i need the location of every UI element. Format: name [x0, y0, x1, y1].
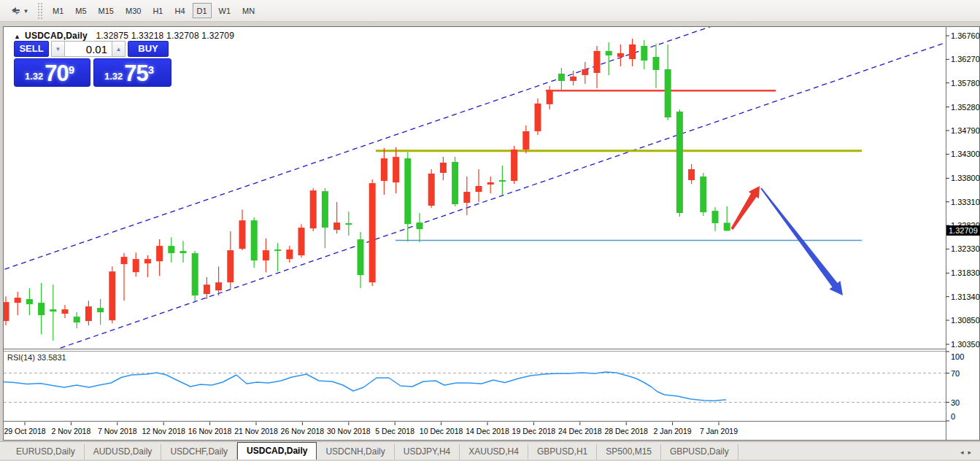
- buy-price-big: 75: [124, 63, 147, 84]
- rsi-axis-label: 0: [951, 412, 955, 421]
- rsi-indicator-label: RSI(14) 33.5831: [7, 353, 66, 362]
- date-axis-label: 14 Dec 2018: [466, 427, 509, 435]
- buy-price-pip: 3: [148, 63, 154, 76]
- tab-audusd-daily[interactable]: AUDUSD,Daily: [85, 444, 162, 460]
- date-axis-label: 29 Oct 2018: [4, 427, 45, 435]
- rsi-axis-label: 30: [951, 398, 960, 407]
- date-axis-label: 26 Nov 2018: [281, 427, 325, 435]
- rsi-axis-label: 100: [951, 352, 964, 361]
- tab-gbpusd-h1[interactable]: GBPUSD,H1: [528, 444, 597, 460]
- timeframe-button-h4[interactable]: H4: [170, 3, 189, 18]
- volume-input[interactable]: [65, 41, 112, 57]
- volume-increase-button[interactable]: ▲: [112, 41, 126, 57]
- tab-gbpusd-daily[interactable]: GBPUSD,Daily: [661, 444, 738, 460]
- date-axis-label: 2 Nov 2018: [52, 427, 91, 435]
- tab-scroll-right-icon[interactable]: ▸: [968, 449, 976, 456]
- price-axis-label: 1.32330: [951, 244, 980, 253]
- tab-usdcnh-daily[interactable]: USDCNH,Daily: [317, 444, 394, 460]
- tab-usdjpy-h4[interactable]: USDJPY,H4: [395, 444, 460, 460]
- sell-price-prefix: 1.32: [25, 69, 43, 84]
- buy-button[interactable]: BUY: [128, 41, 169, 57]
- timeframe-button-w1[interactable]: W1: [215, 3, 236, 18]
- date-axis-label: 7 Nov 2018: [98, 427, 137, 435]
- toolbar-grip-handle[interactable]: [38, 3, 42, 19]
- collapse-panel-icon[interactable]: ▲: [14, 33, 20, 40]
- main-toolbar: ▾ M1M5M15M30H1H4D1W1MN: [0, 0, 980, 22]
- tab-usdchf-daily[interactable]: USDCHF,Daily: [161, 444, 237, 460]
- tab-sp500-m15[interactable]: SP500,M15: [597, 444, 661, 460]
- timeframe-button-m1[interactable]: M1: [48, 3, 68, 18]
- sell-button[interactable]: SELL: [14, 41, 49, 57]
- timeframe-button-m30[interactable]: M30: [121, 3, 145, 18]
- chart-shift-icon: [10, 6, 22, 16]
- date-axis-label: 5 Dec 2018: [375, 427, 414, 435]
- sell-price-display[interactable]: 1.32 70 9: [14, 58, 90, 87]
- price-axis-label: 1.36760: [951, 31, 980, 40]
- tab-scroll-left-icon[interactable]: ◂: [960, 449, 968, 456]
- timeframe-button-d1[interactable]: D1: [193, 3, 212, 18]
- price-axis-label: 1.34300: [951, 150, 980, 158]
- chevron-down-icon: ▾: [24, 7, 28, 15]
- chart-title: ▲USDCAD,Daily 1.32875 1.33218 1.32708 1.…: [14, 31, 234, 41]
- date-axis-label: 10 Dec 2018: [420, 427, 463, 435]
- tab-scroll-arrows[interactable]: ◂▸: [960, 449, 976, 456]
- timeframe-button-mn[interactable]: MN: [238, 3, 259, 18]
- timeframe-bar: M1M5M15M30H1H4D1W1MN: [48, 3, 262, 18]
- buy-price-display[interactable]: 1.32 75 3: [93, 58, 171, 87]
- price-axis-label: 1.30850: [951, 316, 980, 325]
- date-axis-label: 19 Dec 2018: [512, 427, 556, 435]
- chart-symbol-label: USDCAD,Daily: [25, 31, 88, 41]
- current-price-tag: 1.32709: [946, 225, 980, 236]
- rsi-axis-label: 70: [951, 369, 960, 378]
- price-axis-label: 1.34790: [951, 126, 980, 135]
- sell-price-big: 70: [45, 63, 68, 84]
- one-click-trading-panel: SELL ▼ ▲ BUY 1.32 70 9 1.32 75 3: [14, 41, 171, 101]
- date-axis-label: 7 Jan 2019: [700, 427, 738, 435]
- price-axis-label: 1.33310: [951, 198, 980, 206]
- sell-price-pip: 9: [69, 63, 74, 76]
- date-axis-label: 30 Nov 2018: [327, 427, 371, 435]
- chart-ohlc-values: 1.32875 1.33218 1.32708 1.32709: [96, 31, 234, 41]
- buy-price-prefix: 1.32: [104, 69, 123, 84]
- date-axis-label: 28 Dec 2018: [604, 427, 648, 435]
- chart-window[interactable]: ▲USDCAD,Daily 1.32875 1.33218 1.32708 1.…: [3, 26, 980, 441]
- tab-eurusd-daily[interactable]: EURUSD,Daily: [7, 444, 85, 460]
- volume-decrease-button[interactable]: ▼: [51, 41, 65, 57]
- price-axis-label: 1.33800: [951, 174, 980, 182]
- price-axis-label: 1.31830: [951, 268, 980, 277]
- timeframe-button-m5[interactable]: M5: [71, 3, 90, 18]
- tab-xauusd-h4[interactable]: XAUUSD,H4: [460, 444, 528, 460]
- date-axis-label: 21 Nov 2018: [234, 427, 278, 435]
- date-axis-label: 24 Dec 2018: [558, 427, 602, 435]
- price-axis-label: 1.36270: [951, 55, 980, 63]
- chart-tab-bar: EURUSD,DailyAUDUSD,DailyUSDCHF,DailyUSDC…: [0, 441, 980, 460]
- timeframe-button-m15[interactable]: M15: [94, 3, 118, 18]
- timeframe-button-h1[interactable]: H1: [148, 3, 167, 18]
- price-axis-label: 1.35780: [951, 79, 980, 88]
- price-axis-label: 1.35280: [951, 103, 980, 112]
- date-axis-label: 16 Nov 2018: [188, 427, 232, 435]
- tab-usdcad-daily[interactable]: USDCAD,Daily: [237, 442, 317, 460]
- date-axis-label: 12 Nov 2018: [142, 427, 185, 435]
- price-axis-label: 1.30350: [951, 340, 980, 349]
- date-axis-label: 2 Jan 2019: [654, 427, 692, 435]
- chart-shift-button[interactable]: ▾: [4, 2, 34, 20]
- price-axis-label: 1.31340: [951, 293, 980, 301]
